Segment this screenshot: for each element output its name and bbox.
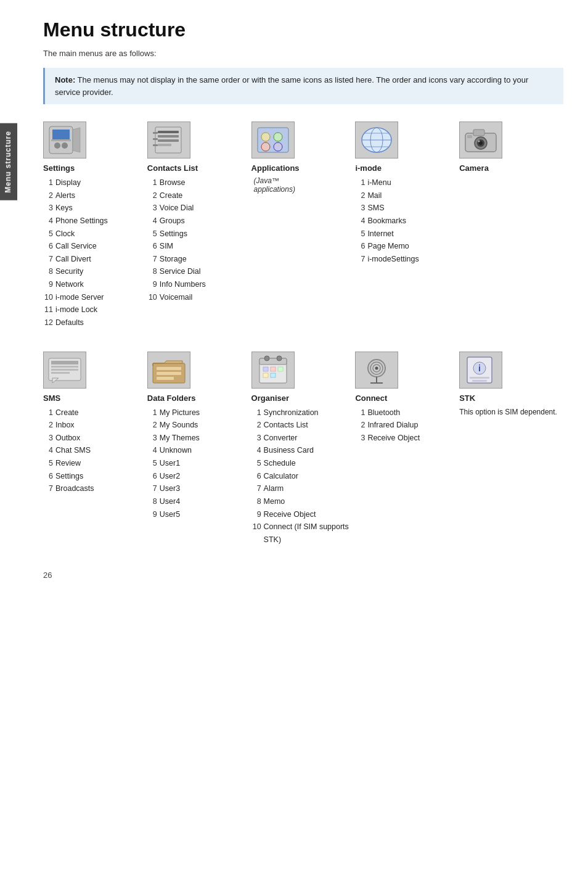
settings-icon — [43, 121, 86, 159]
stk-note: This option is SIM dependent. — [459, 406, 557, 418]
main-content: Menu structure The main menus are as fol… — [18, 0, 588, 604]
stk-header: STK — [459, 393, 557, 403]
svg-rect-40 — [259, 358, 287, 364]
svg-point-2 — [54, 142, 60, 149]
organiser-header: Organiser — [251, 393, 349, 403]
note-box: Note: The menus may not display in the s… — [43, 68, 563, 104]
sms-icon — [43, 352, 86, 389]
imode-header: i-mode — [355, 163, 453, 173]
svg-point-28 — [478, 141, 480, 142]
svg-rect-57 — [470, 377, 489, 379]
svg-rect-12 — [153, 144, 158, 146]
data-folders-icon — [147, 352, 190, 389]
stk-icon: i — [459, 352, 502, 389]
imode-column: i-mode 1i-Menu 2Mail 3SMS 4Bookmarks 5In… — [355, 121, 459, 329]
svg-point-41 — [264, 356, 269, 361]
svg-rect-9 — [158, 144, 171, 146]
settings-column: Settings 1Display 2Alerts 3Keys 4Phone S… — [43, 121, 147, 329]
intro-text: The main menus are as follows: — [43, 49, 563, 58]
svg-point-14 — [261, 133, 270, 141]
svg-rect-7 — [158, 135, 179, 138]
svg-rect-1 — [52, 130, 70, 139]
camera-icon — [459, 121, 502, 159]
svg-rect-36 — [157, 367, 181, 370]
bottom-menu-grid: SMS 1Create 2Inbox 3Outbox 4Chat SMS 5Re… — [43, 352, 563, 546]
svg-rect-47 — [271, 373, 276, 377]
svg-rect-4 — [51, 139, 71, 141]
applications-icon — [251, 121, 295, 159]
applications-column: Applications (Java™applications) — [251, 121, 356, 329]
connect-header: Connect — [355, 393, 453, 403]
svg-rect-10 — [153, 132, 158, 134]
contacts-list-column: Contacts List 1Browse 2Create 3Voice Dia… — [147, 121, 251, 329]
svg-rect-24 — [473, 130, 484, 136]
svg-rect-6 — [158, 131, 179, 133]
svg-point-51 — [375, 366, 378, 369]
sidebar-tab: Menu structure — [0, 123, 17, 200]
svg-rect-33 — [51, 369, 78, 371]
imode-list: 1i-Menu 2Mail 3SMS 4Bookmarks 5Internet … — [355, 176, 453, 265]
svg-point-15 — [274, 133, 282, 141]
connect-icon — [355, 352, 398, 389]
settings-header: Settings — [43, 163, 141, 173]
svg-point-16 — [261, 142, 270, 151]
svg-point-3 — [62, 142, 68, 149]
svg-rect-32 — [51, 366, 78, 368]
svg-rect-31 — [51, 361, 78, 364]
stk-column: i STK This option is SIM dependent. — [459, 352, 563, 546]
svg-rect-45 — [278, 367, 283, 371]
camera-header: Camera — [459, 163, 557, 173]
contacts-list-icon — [147, 121, 190, 159]
top-menu-grid: Settings 1Display 2Alerts 3Keys 4Phone S… — [43, 121, 563, 329]
svg-rect-34 — [51, 372, 70, 374]
settings-list: 1Display 2Alerts 3Keys 4Phone Settings 5… — [43, 176, 141, 329]
svg-point-17 — [274, 142, 282, 151]
connect-list: 1Bluetooth 2Infrared Dialup 3Receive Obj… — [355, 406, 453, 445]
svg-point-42 — [277, 356, 282, 361]
svg-rect-29 — [467, 135, 472, 138]
connect-column: Connect 1Bluetooth 2Infrared Dialup 3Rec… — [355, 352, 459, 546]
data-folders-column: Data Folders 1My Pictures 2My Sounds 3My… — [147, 352, 251, 546]
data-folders-list: 1My Pictures 2My Sounds 3My Themes 4Unkn… — [147, 406, 245, 521]
svg-rect-44 — [271, 367, 276, 371]
svg-rect-38 — [157, 377, 174, 380]
svg-rect-46 — [263, 373, 268, 377]
applications-header: Applications — [251, 163, 349, 173]
page-title: Menu structure — [43, 19, 563, 41]
applications-sub-note: (Java™applications) — [254, 176, 349, 194]
organiser-column: Organiser 1Synchronization 2Contacts Lis… — [251, 352, 356, 546]
svg-rect-58 — [472, 380, 487, 382]
camera-column: Camera — [459, 121, 563, 329]
sms-header: SMS — [43, 393, 141, 403]
svg-rect-8 — [158, 139, 179, 142]
note-label: Note: — [55, 75, 75, 84]
svg-text:i: i — [478, 363, 481, 373]
sms-column: SMS 1Create 2Inbox 3Outbox 4Chat SMS 5Re… — [43, 352, 147, 546]
svg-rect-37 — [157, 372, 181, 375]
organiser-list: 1Synchronization 2Contacts List 3Convert… — [251, 406, 349, 546]
page-number: 26 — [43, 570, 563, 580]
contacts-list-list: 1Browse 2Create 3Voice Dial 4Groups 5Set… — [147, 176, 245, 303]
note-text: The menus may not display in the same or… — [55, 75, 528, 97]
organiser-icon — [251, 352, 295, 389]
sms-list: 1Create 2Inbox 3Outbox 4Chat SMS 5Review… — [43, 406, 141, 495]
data-folders-header: Data Folders — [147, 393, 245, 403]
imode-icon — [355, 121, 398, 159]
svg-rect-43 — [263, 367, 268, 371]
svg-rect-11 — [153, 138, 158, 140]
contacts-list-header: Contacts List — [147, 163, 245, 173]
